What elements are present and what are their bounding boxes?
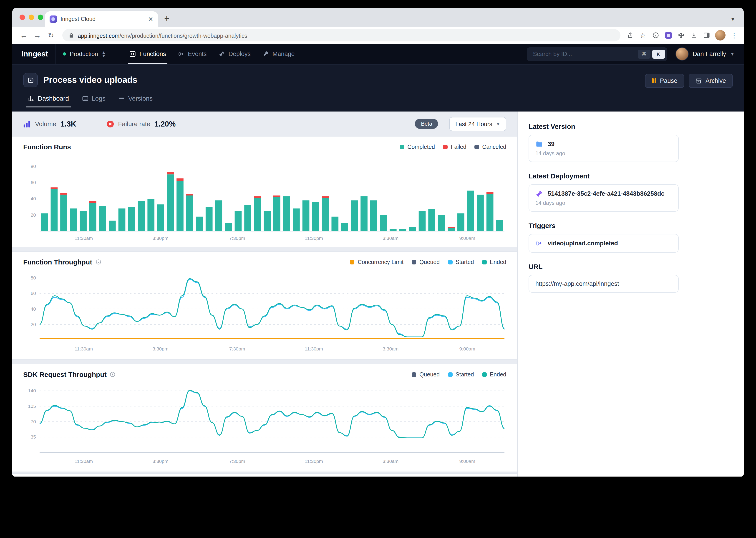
sdk-throughput-title: SDK Request Throughput (23, 370, 116, 378)
user-menu[interactable]: Dan Farrelly ▼ (675, 47, 734, 61)
info-icon[interactable] (110, 371, 116, 377)
address-bar[interactable]: app.inngest.com/env/production/functions… (62, 29, 620, 41)
inngest-favicon-icon (50, 16, 57, 23)
new-tab-button[interactable]: + (164, 14, 169, 24)
nav-item-label: Functions (139, 51, 166, 57)
archive-button[interactable]: Archive (689, 74, 733, 88)
triggers-heading: Triggers (529, 222, 733, 229)
nav-item-events[interactable]: Events (172, 44, 213, 64)
legend-item: Ended (482, 371, 506, 378)
legend-swatch (400, 144, 404, 149)
legend-label: Ended (490, 371, 506, 378)
tab-logs[interactable]: Logs (77, 95, 110, 107)
search-box[interactable]: ⌘ K (527, 47, 667, 61)
zoom-window-button[interactable] (38, 15, 43, 20)
latest-deployment-time: 14 days ago (535, 200, 672, 206)
functions-icon (129, 51, 136, 57)
function-runs-card: Function Runs Completed Failed Canceled … (12, 136, 517, 247)
tab-versions[interactable]: Versions (114, 95, 157, 107)
url-card[interactable]: https://my-app.com/api/inngest (529, 275, 679, 293)
function-throughput-chart: 2040608011:30am3:30pm7:30pm11:30pm3:30am… (23, 269, 506, 354)
share-icon[interactable] (626, 31, 634, 39)
svg-text:3:30pm: 3:30pm (152, 346, 168, 351)
time-range-dropdown[interactable]: Last 24 Hours ▼ (449, 117, 506, 131)
legend-swatch (474, 144, 479, 149)
svg-text:9:00am: 9:00am (459, 346, 475, 351)
time-range-label: Last 24 Hours (455, 120, 492, 127)
function-runs-title: Function Runs (23, 143, 71, 151)
nav-item-deploys[interactable]: Deploys (213, 44, 257, 64)
legend-label: Canceled (482, 143, 506, 150)
svg-text:3:30am: 3:30am (383, 346, 399, 351)
side-panel-icon[interactable] (702, 31, 711, 39)
info-icon[interactable] (95, 259, 101, 265)
legend-label: Ended (490, 259, 506, 265)
reload-button[interactable]: ↻ (45, 29, 57, 41)
trigger-card[interactable]: video/upload.completed (529, 234, 679, 253)
legend-item: Started (448, 259, 474, 265)
latest-deployment-card[interactable]: 5141387e-35c2-4efe-a421-4843b86258dc 14 … (529, 184, 679, 212)
close-window-button[interactable] (20, 15, 25, 20)
inngest-logo[interactable]: inngest (22, 49, 48, 59)
nav-item-label: Deploys (229, 51, 251, 57)
legend-label: Failed (451, 143, 466, 150)
browser-profile-avatar[interactable] (715, 30, 726, 40)
legend-swatch (412, 260, 416, 264)
legend-item: Completed (400, 143, 435, 150)
tab-list-chevron-icon[interactable]: ▼ (730, 16, 735, 22)
download-icon[interactable] (689, 31, 698, 39)
page-title: Process video uploads (43, 75, 137, 85)
legend-swatch (482, 260, 487, 264)
tab-close-icon[interactable]: ✕ (148, 16, 153, 22)
extension-purple-icon[interactable] (664, 31, 672, 39)
sdk-throughput-card: SDK Request Throughput Queued Started En… (12, 364, 517, 472)
volume-bars-icon (23, 120, 31, 128)
function-throughput-legend: Concurrency Limit Queued Started Ended (350, 259, 506, 265)
folder-icon (535, 140, 543, 148)
legend-label: Started (455, 371, 474, 378)
select-chevrons-icon: ▲▼ (102, 50, 106, 58)
tab-title: Inngest Cloud (61, 16, 144, 22)
forward-button[interactable]: → (31, 29, 43, 41)
toolbar-actions: ☆ ⋮ (626, 30, 738, 40)
svg-text:80: 80 (31, 164, 36, 169)
svg-text:3:30pm: 3:30pm (152, 236, 168, 241)
chevron-down-icon: ▼ (496, 121, 500, 126)
svg-text:11:30am: 11:30am (74, 346, 93, 351)
function-runs-chart: 2040608011:30am3:30pm7:30pm11:30pm3:30am… (23, 154, 506, 243)
kebab-menu-icon[interactable]: ⋮ (730, 31, 738, 39)
latest-version-card[interactable]: 39 14 days ago (529, 135, 679, 162)
details-sidebar: Latest Version 39 14 days ago Latest Dep… (517, 112, 744, 477)
svg-text:35: 35 (31, 434, 36, 440)
url-text: app.inngest.com/env/production/functions… (78, 31, 247, 39)
pause-label: Pause (660, 78, 677, 84)
volume-value: 1.3K (60, 120, 76, 128)
puzzle-extensions-icon[interactable] (677, 31, 685, 39)
legend-item: Ended (482, 259, 506, 265)
browser-toolbar: ← → ↻ app.inngest.com/env/production/fun… (12, 27, 744, 44)
env-status-dot-icon (63, 52, 66, 56)
svg-text:20: 20 (31, 322, 36, 327)
info-circle-icon[interactable] (651, 31, 660, 39)
nav-item-functions[interactable]: Functions (123, 44, 172, 64)
tab-dashboard[interactable]: Dashboard (23, 95, 73, 107)
function-runs-legend: Completed Failed Canceled (400, 143, 506, 150)
minimize-window-button[interactable] (29, 15, 34, 20)
page-tabs: Dashboard Logs Versions (23, 95, 733, 107)
pause-button[interactable]: Pause (645, 74, 684, 88)
svg-text:20: 20 (31, 212, 36, 218)
nav-item-manage[interactable]: Manage (257, 44, 301, 64)
back-button[interactable]: ← (18, 29, 29, 41)
dashboard-content: Volume 1.3K Failure rate 1.20% Beta Last… (12, 112, 517, 477)
environment-selector[interactable]: Production ▲▼ (63, 50, 106, 58)
legend-item: Failed (443, 143, 466, 150)
browser-tab[interactable]: Inngest Cloud ✕ (45, 11, 158, 27)
versions-icon (118, 95, 125, 102)
url-path: /env/production/functions/growth-webapp-… (119, 32, 247, 39)
svg-text:11:30pm: 11:30pm (305, 458, 323, 464)
search-input[interactable] (532, 50, 636, 58)
trigger-event-name: video/upload.completed (548, 240, 618, 247)
bookmark-star-icon[interactable]: ☆ (638, 31, 647, 39)
manage-wrench-icon (262, 51, 269, 57)
nav-item-label: Events (188, 51, 207, 57)
